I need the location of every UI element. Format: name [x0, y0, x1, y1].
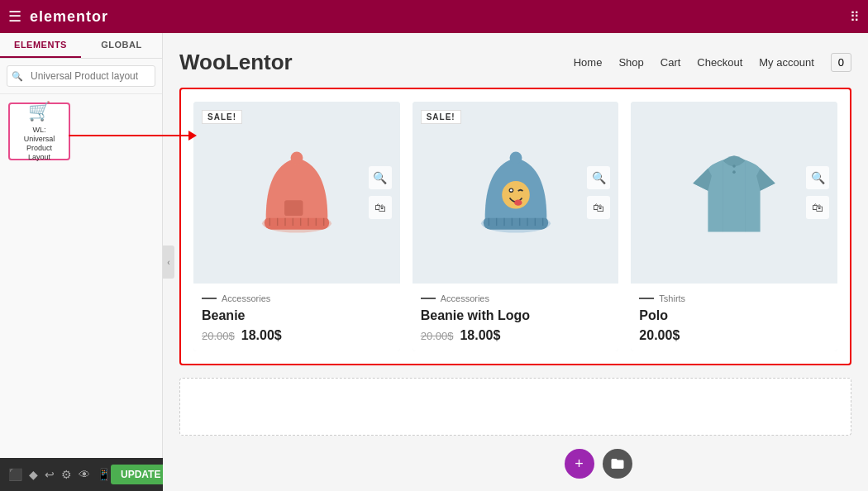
- history-icon[interactable]: ↩: [45, 468, 55, 481]
- sidebar-search-area: [0, 59, 162, 94]
- cart-btn-1[interactable]: 🛍: [369, 196, 392, 219]
- product-category-2: Accessories: [421, 293, 611, 303]
- add-section-button[interactable]: +: [565, 449, 594, 479]
- widget-label: WL: Universal Product Layout: [17, 126, 62, 161]
- product-image-area-2: SALE!: [413, 102, 619, 284]
- sidebar-content: 🛒 WL: Universal Product Layout: [0, 94, 162, 458]
- price-old-1: 20.00$: [202, 330, 235, 342]
- tab-elements[interactable]: ELEMENTS: [0, 33, 81, 58]
- nav-cart[interactable]: Cart: [661, 56, 681, 69]
- sidebar: ELEMENTS GLOBAL 🛒 WL: Universal Product …: [0, 33, 163, 491]
- product-card: SALE!: [193, 102, 400, 351]
- sale-badge-1: SALE!: [202, 110, 242, 124]
- floating-buttons: +: [565, 449, 632, 479]
- widget-universal-product[interactable]: 🛒 WL: Universal Product Layout: [8, 102, 70, 160]
- product-card-3: 🔍 🛍 Tshirts Polo 20.00$: [631, 102, 837, 351]
- eye-icon[interactable]: 👁: [79, 468, 90, 481]
- product-actions-1: 🔍 🛍: [369, 166, 392, 219]
- nav-home[interactable]: Home: [574, 56, 603, 69]
- category-name-1: Accessories: [222, 293, 270, 303]
- svg-point-17: [510, 189, 513, 192]
- site-header: WooLentor Home Shop Cart Checkout My acc…: [179, 50, 851, 75]
- product-name-2: Beanie with Logo: [421, 308, 611, 323]
- cart-btn-3[interactable]: 🛍: [806, 196, 829, 219]
- price-old-2: 20.00$: [421, 330, 454, 342]
- product-price-3: 20.00$: [639, 328, 829, 343]
- shapes-icon[interactable]: ◆: [29, 468, 38, 481]
- tab-global[interactable]: GLOBAL: [81, 33, 162, 58]
- site-logo: WooLentor: [179, 50, 293, 75]
- product-image-area-3: 🔍 🛍: [631, 102, 837, 284]
- nav-shop[interactable]: Shop: [618, 56, 643, 69]
- layers-icon[interactable]: ⬛: [8, 468, 22, 481]
- product-price-2: 20.00$ 18.00$: [421, 328, 611, 343]
- folder-icon: [610, 456, 625, 471]
- grid-icon[interactable]: ⠿: [850, 9, 860, 25]
- cart-count-btn[interactable]: 0: [831, 53, 851, 72]
- hamburger-icon[interactable]: ☰: [8, 7, 21, 26]
- arrow-head: [188, 131, 197, 141]
- product-image-beanie: [247, 135, 346, 250]
- product-name-3: Polo: [639, 308, 829, 323]
- widget-arrow: [69, 131, 197, 141]
- settings-icon[interactable]: ⚙: [61, 468, 72, 481]
- product-section: SALE!: [179, 88, 851, 365]
- product-actions-2: 🔍 🛍: [587, 166, 610, 219]
- main-layout: ELEMENTS GLOBAL 🛒 WL: Universal Product …: [0, 33, 868, 491]
- svg-rect-2: [284, 200, 303, 216]
- update-button[interactable]: UPDATE: [111, 465, 170, 484]
- folder-button[interactable]: [603, 449, 632, 479]
- bottom-bar: ⬛ ◆ ↩ ⚙ 👁 📱 UPDATE ▾: [0, 458, 163, 491]
- content-area: WooLentor Home Shop Cart Checkout My acc…: [163, 33, 868, 491]
- arrow-line: [69, 135, 188, 136]
- product-name-1: Beanie: [202, 308, 392, 323]
- category-name-2: Accessories: [441, 293, 489, 303]
- product-category-1: Accessories: [202, 293, 392, 303]
- svg-point-28: [732, 164, 736, 168]
- zoom-btn-1[interactable]: 🔍: [369, 166, 392, 189]
- site-nav: Home Shop Cart Checkout My account 0: [574, 53, 851, 72]
- nav-my-account[interactable]: My account: [759, 56, 813, 69]
- product-image-beanie-logo: [466, 135, 565, 250]
- search-input[interactable]: [7, 65, 155, 87]
- svg-point-18: [514, 199, 522, 205]
- product-info-2: Accessories Beanie with Logo 20.00$ 18.0…: [413, 284, 619, 351]
- sidebar-tabs: ELEMENTS GLOBAL: [0, 33, 162, 59]
- cart-icon: 🛒: [28, 101, 50, 122]
- product-card-2: SALE!: [413, 102, 619, 351]
- empty-section: [179, 378, 851, 436]
- sale-badge-2: SALE!: [421, 110, 461, 124]
- elementor-logo: elementor: [30, 8, 108, 26]
- cart-btn-2[interactable]: 🛍: [587, 196, 610, 219]
- svg-point-11: [290, 152, 303, 164]
- category-name-3: Tshirts: [659, 293, 685, 303]
- price-single-3: 20.00$: [639, 328, 680, 343]
- product-image-area-1: SALE!: [193, 102, 400, 284]
- svg-point-27: [509, 152, 522, 164]
- price-new-2: 18.00$: [460, 328, 500, 343]
- nav-checkout[interactable]: Checkout: [697, 56, 742, 69]
- product-info-3: Tshirts Polo 20.00$: [631, 284, 837, 351]
- zoom-btn-3[interactable]: 🔍: [806, 166, 829, 189]
- top-bar: ☰ elementor ⠿: [0, 0, 868, 33]
- product-image-polo: [684, 135, 784, 250]
- bottom-icons: ⬛ ◆ ↩ ⚙ 👁 📱: [8, 468, 111, 481]
- product-info-1: Accessories Beanie 20.00$ 18.00$: [193, 284, 400, 351]
- product-actions-3: 🔍 🛍: [806, 166, 829, 219]
- mobile-icon[interactable]: 📱: [97, 468, 111, 481]
- product-category-3: Tshirts: [639, 293, 829, 303]
- product-price-1: 20.00$ 18.00$: [202, 328, 392, 343]
- collapse-handle[interactable]: ‹: [163, 246, 174, 279]
- svg-point-29: [732, 170, 736, 174]
- price-new-1: 18.00$: [241, 328, 282, 343]
- zoom-btn-2[interactable]: 🔍: [587, 166, 610, 189]
- product-grid: SALE!: [193, 102, 837, 351]
- category-line-3: [639, 298, 654, 299]
- category-line-1: [202, 298, 217, 299]
- category-line-2: [421, 298, 436, 299]
